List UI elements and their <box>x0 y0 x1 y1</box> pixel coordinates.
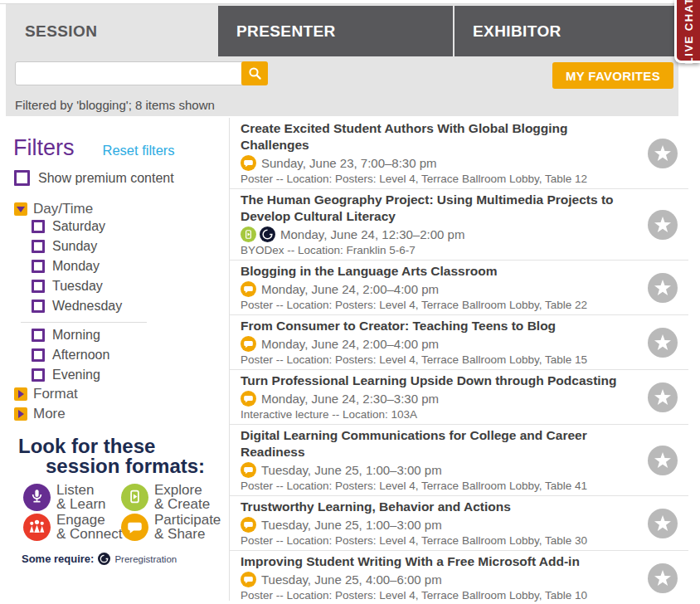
filter-option-saturday: Saturday <box>32 217 122 236</box>
session-meta: Monday, June 24, 2:00–4:00 pm <box>241 281 647 297</box>
monday-checkbox[interactable] <box>32 260 45 273</box>
participate-icon <box>241 336 256 352</box>
format-label: Engage& Connect <box>56 513 122 541</box>
session-meta: Monday, June 24, 2:30–3:30 pm <box>241 391 647 407</box>
star-icon <box>648 446 678 475</box>
session-row: Improving Student Writing With a Free Mi… <box>230 551 688 604</box>
format-listen-learn: Listen& Learn <box>23 483 106 511</box>
morning-checkbox[interactable] <box>32 329 45 342</box>
favorite-star-button[interactable] <box>648 328 678 358</box>
preregistration-icon <box>260 226 275 242</box>
session-location: Poster -- Location: Posters: Level 4, Te… <box>241 299 647 311</box>
session-format-icons <box>241 226 275 242</box>
session-datetime: Monday, June 24, 2:00–4:00 pm <box>261 337 439 351</box>
participate-icon <box>241 281 256 297</box>
format-expand-toggle[interactable] <box>14 387 27 401</box>
session-datetime: Monday, June 24, 12:30–2:00 pm <box>280 227 464 241</box>
sunday-label: Sunday <box>52 239 97 254</box>
favorite-star-button[interactable] <box>648 446 678 475</box>
filter-status-text: Filtered by 'blogging'; 8 items shown <box>15 98 215 112</box>
wednesday-label: Wednesday <box>52 299 122 314</box>
sunday-checkbox[interactable] <box>32 240 45 253</box>
format-group-label: Format <box>33 386 78 402</box>
evening-checkbox[interactable] <box>32 368 45 382</box>
star-icon <box>648 328 678 358</box>
premium-checkbox[interactable] <box>14 170 30 186</box>
participate-icon <box>241 517 256 533</box>
search-input[interactable] <box>15 61 247 85</box>
star-icon <box>648 139 678 168</box>
session-row: From Consumer to Creator: Teaching Teens… <box>230 315 688 370</box>
tab-session-label: SESSION <box>25 22 97 41</box>
wednesday-checkbox[interactable] <box>32 300 45 313</box>
session-datetime: Sunday, June 23, 7:00–8:30 pm <box>261 156 437 170</box>
session-location: Poster -- Location: Posters: Level 4, Te… <box>241 589 647 602</box>
my-favorites-button[interactable]: MY FAVORITES <box>552 62 673 89</box>
session-meta: Tuesday, June 25, 1:00–3:00 pm <box>241 462 647 478</box>
session-format-icons <box>241 281 256 297</box>
filter-option-monday: Monday <box>32 256 122 276</box>
filter-option-evening: Evening <box>32 365 109 385</box>
live-chat-tab[interactable]: LIVE CHAT <box>674 0 700 63</box>
star-icon <box>648 382 678 412</box>
session-row: Blogging in the Language Arts Classroom … <box>230 261 688 315</box>
people-icon <box>23 514 51 541</box>
session-title[interactable]: Improving Student Writing With a Free Mi… <box>241 553 632 570</box>
favorite-star-button[interactable] <box>648 509 678 538</box>
daytime-collapse-toggle[interactable] <box>14 202 27 216</box>
format-engage-connect: Engage& Connect <box>23 513 122 541</box>
tab-exhibitor[interactable]: EXHIBITOR <box>455 6 676 56</box>
filter-group-more: More <box>14 406 66 422</box>
favorite-star-button[interactable] <box>648 382 678 412</box>
star-icon <box>648 563 678 593</box>
tab-session[interactable]: SESSION <box>6 6 218 56</box>
session-meta: Monday, June 24, 12:30–2:00 pm <box>241 226 647 242</box>
session-datetime: Monday, June 24, 2:00–4:00 pm <box>261 282 439 296</box>
chevron-down-icon <box>17 207 25 212</box>
session-title[interactable]: Turn Professional Learning Upside Down t… <box>241 373 632 389</box>
session-row: Turn Professional Learning Upside Down t… <box>230 370 688 425</box>
monday-label: Monday <box>52 259 100 274</box>
session-title[interactable]: The Human Geography Project: Using Multi… <box>241 192 632 225</box>
favorite-star-button[interactable] <box>648 210 678 240</box>
afternoon-checkbox[interactable] <box>32 348 45 362</box>
saturday-checkbox[interactable] <box>32 220 45 233</box>
daytime-time-options: Morning Afternoon Evening <box>32 325 109 385</box>
session-title[interactable]: Trustworthy Learning, Behavior and Actio… <box>241 499 632 515</box>
more-expand-toggle[interactable] <box>14 407 27 421</box>
session-meta: Tuesday, June 25, 1:00–3:00 pm <box>241 517 647 533</box>
format-label: Explore& Create <box>154 483 210 511</box>
tab-presenter[interactable]: PRESENTER <box>218 6 453 56</box>
session-row: The Human Geography Project: Using Multi… <box>230 189 688 261</box>
formats-promo-heading-line1: Look for these <box>18 436 155 456</box>
session-format-icons <box>241 517 256 533</box>
session-title[interactable]: From Consumer to Creator: Teaching Teens… <box>241 318 632 334</box>
session-format-icons <box>241 155 256 171</box>
favorite-star-button[interactable] <box>648 563 678 593</box>
session-title[interactable]: Digital Learning Communications for Coll… <box>241 427 632 460</box>
search-button[interactable] <box>241 61 268 85</box>
sidebar-divider <box>21 322 147 323</box>
session-title[interactable]: Blogging in the Language Arts Classroom <box>241 263 632 280</box>
live-chat-label: LIVE CHAT <box>683 0 695 64</box>
session-location: Poster -- Location: Posters: Level 4, Te… <box>241 534 647 547</box>
tuesday-checkbox[interactable] <box>32 280 45 293</box>
chevron-right-icon <box>18 390 24 398</box>
filter-option-morning: Morning <box>32 325 109 345</box>
format-explore-create: Explore& Create <box>121 483 210 511</box>
format-label: Participate& Share <box>154 513 221 541</box>
participate-icon <box>241 155 256 171</box>
session-row: Digital Learning Communications for Coll… <box>230 425 688 496</box>
session-format-icons <box>241 391 256 407</box>
reset-filters-link[interactable]: Reset filters <box>103 143 175 158</box>
favorite-star-button[interactable] <box>648 139 678 168</box>
daytime-day-options: Saturday Sunday Monday Tuesday Wednesday <box>32 217 122 316</box>
formats-promo-heading-line2: session formats: <box>46 456 205 476</box>
session-location: Poster -- Location: Posters: Level 4, Te… <box>241 173 647 185</box>
favorite-star-button[interactable] <box>648 273 678 303</box>
filter-show-premium: Show premium content <box>14 170 174 186</box>
footnote-label: Some require: <box>22 553 94 565</box>
tab-presenter-label: PRESENTER <box>236 22 336 41</box>
session-title[interactable]: Create Excited Student Authors With Glob… <box>241 120 632 153</box>
saturday-label: Saturday <box>52 219 105 234</box>
